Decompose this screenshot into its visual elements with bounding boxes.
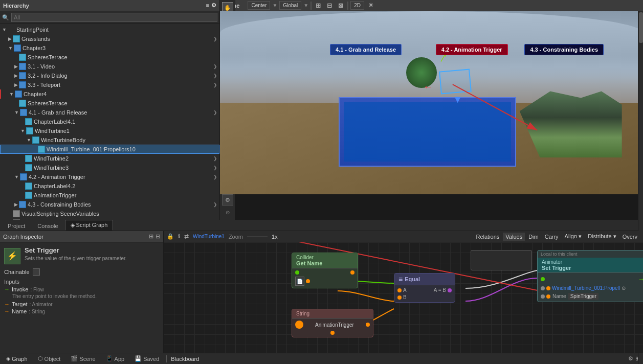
tree-item-info-dialog[interactable]: ▶ 3.2 - Info Dialog ❯ — [0, 71, 219, 80]
scene-light-icon[interactable]: ☀ — [366, 1, 375, 10]
tree-item-grasslands[interactable]: ▶ Grasslands ❯ — [0, 34, 219, 43]
tree-item-constraining-bodies[interactable]: ▶ 4.3 - Constraining Bodies ❯ — [0, 200, 219, 209]
cube-video — [19, 63, 26, 70]
tree-item-animation-trigger-obj[interactable]: ▶ AnimationTrigger — [0, 191, 219, 200]
tree-item-wind-turbine3[interactable]: ▶ WindTurbine3 ❯ — [0, 163, 219, 172]
cube-wind-turbine1 — [26, 127, 33, 134]
zoom-slider[interactable] — [247, 236, 268, 237]
tree-item-wind-turbine1[interactable]: ▼ WindTurbine1 — [0, 126, 219, 135]
tab-console[interactable]: Console — [32, 221, 63, 231]
graph-tab-relations[interactable]: Relations — [473, 233, 502, 241]
global-button[interactable]: Global — [279, 1, 301, 10]
label-sphere-terrace2: SpheresTerrace — [28, 100, 68, 106]
bar-tab-scene[interactable]: 🎬 Scene — [68, 354, 98, 363]
string-value-label: AnimationTrigger — [303, 322, 366, 328]
tree-item-chapter4[interactable]: ▼ Chapter4 — [0, 89, 219, 99]
hierarchy-menu-icon[interactable]: ≡ — [206, 2, 209, 9]
scene-tool-move[interactable]: ⊞ — [314, 1, 323, 10]
tree-item-wind-turbine2[interactable]: ▶ WindTurbine2 ❯ — [0, 154, 219, 163]
hierarchy-settings-icon[interactable]: ⚙ — [211, 2, 216, 9]
tree-item-windmill-propellors[interactable]: ▶ Windmill_Turbine_001:Propellors10 — [0, 145, 219, 154]
cube-sphere-terrace2 — [19, 100, 26, 107]
animator-name-field: Name SpinTrigger — [546, 293, 598, 300]
bar-tab-app[interactable]: 📱 App — [103, 354, 128, 363]
tree-item-video[interactable]: ▶ 3.1 - Video ❯ — [0, 62, 219, 71]
bar-settings-icon[interactable]: ⚙ — [628, 355, 633, 362]
node-equal-title: Equal — [405, 276, 420, 282]
bottom-status-bar: ◈ Graph ⬡ Object 🎬 Scene 📱 App 💾 Saved B… — [0, 353, 643, 364]
graph-tab-align[interactable]: Align ▾ — [562, 232, 585, 241]
app-layout: Hierarchy ≡ ⚙ 🔍 ▼ StartingPoint — [0, 0, 643, 364]
info-icon[interactable]: ℹ — [178, 233, 180, 240]
graph-canvas[interactable]: 🔒 ℹ ⇄ WindTurbine1 Zoom 1x Relations Val… — [164, 231, 643, 353]
graph-tab-values[interactable]: Values — [503, 233, 525, 241]
animator-name-value[interactable]: SpinTrigger — [568, 293, 598, 300]
tree-item-visual-scripting[interactable]: ▶ VisualScripting SceneVariables — [0, 209, 219, 218]
arrow-wind-turbine-body: ▼ — [27, 138, 31, 143]
lock-icon[interactable]: 🔒 — [167, 233, 174, 240]
tab-script-graph[interactable]: ◈Script Graph — [65, 220, 114, 231]
tree-item-sphere-terrace2[interactable]: ▶ SpheresTerrace — [0, 99, 219, 108]
node-string-body: AnimationTrigger — [292, 318, 373, 337]
tree-item-chapter-label42[interactable]: ▶ ChapterLabel4.2 — [0, 181, 219, 191]
graph-node-string[interactable]: String AnimationTrigger — [292, 309, 373, 337]
label-starting-point: StartingPoint — [16, 27, 49, 33]
arrows-icon[interactable]: ⇄ — [184, 233, 189, 240]
bar-tab-saved[interactable]: 💾 Saved — [131, 354, 162, 363]
equal-a-port: A — [397, 287, 407, 293]
tree-item-animation-trigger[interactable]: ▼ 4.2 - Animation Trigger ❯ — [0, 172, 219, 181]
animator-target-connection: Windmill_Turbine_001:Propell ⊙ — [546, 285, 626, 291]
scene-label-constraining-bodies: 4.3 - Constraining Bodies — [524, 44, 604, 55]
scene-tool-other[interactable]: ⊠ — [336, 1, 345, 10]
hierarchy-title: Hierarchy — [3, 3, 29, 9]
equal-ab-row: A A = B — [397, 287, 452, 293]
tree-item-chapter-label41[interactable]: ▶ ChapterLabel4.1 — [0, 117, 219, 126]
tree-item-grab-release[interactable]: ▼ 4.1 - Grab and Release ❯ — [0, 108, 219, 117]
bar-tab-object[interactable]: ⬡ Object — [35, 354, 64, 363]
graph-tab-distribute[interactable]: Distribute ▾ — [585, 232, 619, 241]
inspector-chainable-checkbox[interactable] — [33, 268, 40, 276]
graph-canvas-area[interactable]: Collider Get Name — [164, 242, 643, 353]
inspector-collapse-icon[interactable]: ⊞ — [149, 233, 153, 240]
graph-tab-dim[interactable]: Dim — [526, 233, 541, 241]
label-animation-trigger: 4.2 - Animation Trigger — [29, 174, 85, 180]
inspector-pin-icon[interactable]: ⊟ — [156, 233, 160, 240]
inspector-target-row: → Target : Animator — [4, 301, 159, 307]
animator-name-row: Name SpinTrigger — [541, 293, 643, 300]
scene-overlay-btn[interactable]: ⊙ — [226, 207, 230, 218]
graph-node-equal[interactable]: ≡ Equal A A = B — [394, 273, 455, 303]
scene-header: Scene Center ▼ Global ▼ ⊞ ⊟ ⊠ 2D ☀ — [220, 0, 643, 11]
animator-target-expand[interactable]: ⊙ — [622, 285, 626, 291]
graph-toolbar: 🔒 ℹ ⇄ WindTurbine1 Zoom 1x Relations Val… — [164, 231, 643, 242]
scene-tool-grid[interactable]: ⊟ — [325, 1, 334, 10]
cube-wind-turbine-body — [32, 136, 39, 144]
app-bar-label: App — [115, 356, 125, 362]
equal-ab-label: A = B — [434, 287, 446, 293]
object-bar-icon: ⬡ — [38, 355, 43, 362]
string-port-row: AnimationTrigger — [295, 321, 370, 329]
tool-settings[interactable]: ⚙ — [222, 194, 233, 206]
graph-tab-carry[interactable]: Carry — [542, 233, 561, 241]
arrow-grasslands: ▶ — [8, 36, 12, 41]
tree-item-teleport[interactable]: ▶ 3.3 - Teleport ❯ — [0, 80, 219, 89]
equal-result-port: A = B — [434, 287, 452, 293]
cube-grab-release — [20, 109, 27, 116]
tree-item-chapter3[interactable]: ▼ Chapter3 — [0, 43, 219, 53]
tab-project[interactable]: Project — [2, 221, 31, 231]
tree-item-sphere-terrace[interactable]: ▶ SpheresTerrace — [0, 53, 219, 62]
scene-viewport[interactable]: ↑ ← ▼ 4.1 - Grab and Release 4.2 - Anima… — [220, 11, 643, 194]
inspector-invoke-label: Invoke — [12, 286, 28, 292]
collider-second-out — [306, 279, 310, 283]
graph-node-animator[interactable]: Local to this client Animator Set Trigge… — [537, 250, 643, 302]
tree-item-wind-turbine-body[interactable]: ▼ WindTurbineBody — [0, 135, 219, 145]
graph-node-collider[interactable]: Collider Get Name — [292, 253, 358, 288]
graph-tab-over[interactable]: Overv — [620, 233, 640, 241]
mode-2d-button[interactable]: 2D — [350, 1, 364, 10]
node-animator-title: Set Trigger — [542, 265, 643, 271]
hierarchy-search-input[interactable] — [11, 13, 217, 22]
label-info-dialog: 3.2 - Info Dialog — [28, 73, 68, 79]
center-button[interactable]: Center — [248, 1, 270, 10]
tree-item-starting-point[interactable]: ▼ StartingPoint — [0, 25, 219, 34]
cube-info-dialog — [19, 72, 26, 79]
bar-tab-graph[interactable]: ◈ Graph — [3, 354, 31, 363]
